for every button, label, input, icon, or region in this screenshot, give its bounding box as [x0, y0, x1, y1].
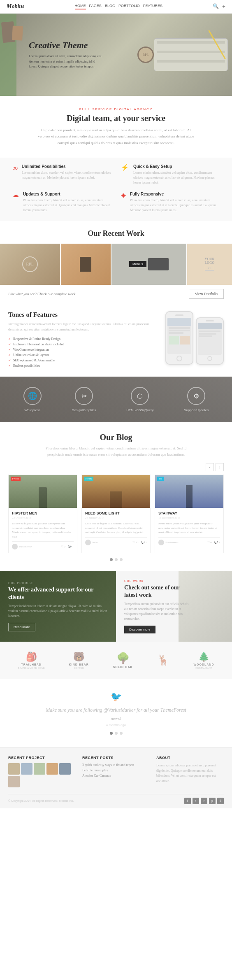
blog-next-button[interactable]: › — [216, 463, 224, 471]
blog-header: Our Blog Phurelius enim libero, blandit … — [8, 433, 224, 457]
project-thumb-6[interactable] — [8, 776, 20, 787]
blog-title: Our Blog — [8, 433, 224, 442]
footer-social: f t r p d — [184, 798, 224, 804]
client-name-1: TRAILHEAD — [21, 663, 41, 666]
portfolio-item-2[interactable] — [61, 244, 111, 285]
feature-icon-3: ☁ — [12, 192, 19, 213]
service-wordpress: 🌐 Wordpress — [23, 387, 42, 412]
tones-content: Tones of Features Investigationes demons… — [8, 311, 151, 369]
social-dribbble[interactable]: d — [217, 798, 224, 804]
view-portfolio-button[interactable]: View Portfolio — [189, 289, 224, 299]
nav-portfolio[interactable]: PORTFOLIO — [118, 4, 140, 9]
portfolio-item-3[interactable]: Mobius — [111, 244, 186, 285]
tones-item-5: ✓SEO optimized & Akamaizable — [8, 358, 151, 363]
feature-text-2: Lorem minim ulam, standert vel sapien vi… — [133, 170, 220, 185]
wordpress-icon: 🌐 — [23, 387, 42, 405]
feature-text-1: Lorem minim ulam, standert vel sapien vi… — [22, 170, 111, 180]
footer-copyright: © Copyright 2014, All Rights Reserved. M… — [8, 799, 74, 802]
service-support: ⚙ Support/Updates — [184, 387, 209, 412]
feature-title-2: Quick & Easy Setup — [133, 164, 220, 169]
service-html: ⬡ HTML/CSS/jQuery — [126, 387, 153, 412]
footer-post-1[interactable]: 3 quick and easy ways to fix and repeat — [82, 763, 150, 767]
client-tagline-2: COFFEE — [74, 667, 84, 669]
feature-title-4: Fully Responsive — [130, 192, 220, 196]
footer-recent-posts-title: Recent Posts — [82, 756, 150, 760]
blog-title-3: STAIRWAY — [158, 511, 220, 515]
client-woodland: 🌲 WOODLAND RESTAURANT — [193, 652, 214, 669]
client-name-3: SOLID OAK — [113, 666, 133, 668]
cta-right-tag: OUR WORK — [124, 580, 190, 582]
blog-image-3: Tip — [155, 475, 223, 508]
feature-icon-2: ⚡ — [121, 164, 129, 185]
client-name-2: KIND BEAR — [69, 663, 89, 666]
cta-left: OUR PROMISE We offer advanced support fo… — [0, 571, 116, 641]
feature-icon-4: ◈ — [121, 192, 126, 213]
search-icon[interactable]: 🔍 — [213, 3, 219, 10]
blog-section: Our Blog Phurelius enim libero, blandit … — [0, 422, 232, 571]
nav-blog[interactable]: BLOG — [105, 4, 115, 9]
blog-excerpt-1: Dolore eu fugiat nulla pariatur. Excepte… — [12, 521, 74, 539]
social-twitter[interactable]: t — [193, 798, 199, 804]
phone-1 — [165, 311, 193, 365]
cta-left-title: We offer advanced support for our client… — [8, 586, 108, 601]
blog-grid: Photo HIPSTER MEN 22 October 2013 Dolore… — [8, 475, 224, 553]
tones-phones — [158, 311, 224, 365]
blog-image-1: Photo — [9, 475, 77, 508]
twitter-time: 4 months ago — [21, 723, 211, 727]
hero-content: Creative Theme Lorem ipsum dolor sit ame… — [29, 40, 103, 70]
tones-item-3: ✓WooCommerce integration — [8, 347, 151, 352]
project-thumb-1[interactable] — [8, 763, 20, 775]
social-facebook[interactable]: f — [184, 798, 191, 804]
blog-date-2: 24 January 2014 — [85, 516, 147, 519]
features-section: ∞ Unlimited Possibilities Lorem minim ul… — [0, 158, 232, 221]
feature-text-3: Phurelius enim libero, blandit vel sapie… — [23, 198, 111, 213]
plus-icon[interactable]: + — [222, 3, 225, 10]
clients-section: 🎒 TRAILHEAD BRAND & MORE DONE 🐻 KIND BEA… — [0, 642, 232, 679]
agency-text: Cupidatat non proident, similique sunt i… — [38, 127, 194, 146]
tones-item-2: ✓Exclusive Themerotion slider included — [8, 342, 151, 347]
cta-left-button[interactable]: Read more — [8, 623, 35, 631]
nav-links: HOME PAGES BLOG PORTFOLIO FEATURES — [75, 4, 163, 9]
cta-right: OUR WORK Check out some of our latest wo… — [116, 571, 232, 641]
portfolio-item-1[interactable]: RPL — [0, 244, 60, 285]
blog-date-1: 22 October 2013 — [12, 516, 74, 519]
feature-item-1: ∞ Unlimited Possibilities Lorem minim ul… — [12, 164, 111, 185]
client-deer: 🦌 — [157, 654, 169, 666]
project-thumb-3[interactable] — [34, 763, 45, 775]
tones-section: Tones of Features Investigationes demons… — [0, 303, 232, 377]
project-thumb-5[interactable] — [59, 763, 71, 775]
service-label-1: Wordpress — [23, 408, 42, 412]
feature-title-3: Updates & Support — [23, 192, 111, 196]
solidoak-icon: 🌳 — [116, 652, 130, 665]
client-tagline-5: RESTAURANT — [195, 667, 212, 669]
social-pinterest[interactable]: p — [209, 798, 216, 804]
tones-list: ✓Responsive & Retina Ready Design ✓Exclu… — [8, 336, 151, 368]
client-tagline-1: BRAND & MORE DONE — [18, 667, 44, 669]
tones-text: Investigationes demonstraverunt lectores… — [8, 322, 151, 333]
feature-title-1: Unlimited Possibilities — [22, 164, 111, 169]
portfolio-item-4[interactable]: YOUR LOGO XL — [187, 244, 232, 285]
twitter-icon: 🐦 — [21, 691, 211, 702]
woodland-icon: 🌲 — [198, 652, 209, 662]
nav-actions: 🔍 + — [213, 3, 225, 10]
client-solidoak: 🌳 SOLID OAK — [113, 652, 133, 668]
project-thumb-4[interactable] — [46, 763, 58, 775]
nav-home[interactable]: HOME — [75, 4, 86, 9]
footer-post-2[interactable]: Lets the music play — [82, 768, 150, 772]
cta-right-button[interactable]: Discover more — [124, 626, 155, 633]
portfolio-title: Our Recent Work — [0, 229, 232, 238]
footer-post-3[interactable]: Another Car Cameras — [82, 774, 150, 777]
nav-logo[interactable]: Mobius — [7, 3, 25, 10]
blog-prev-button[interactable]: ‹ — [206, 463, 214, 471]
project-thumb-2[interactable] — [21, 763, 32, 775]
footer-recent-projects-title: Recent Project — [8, 756, 76, 760]
agency-title: Digital team, at your service — [16, 114, 216, 123]
hero-section: Creative Theme Lorem ipsum dolor sit ame… — [0, 14, 232, 96]
nav-pages[interactable]: PAGES — [89, 4, 102, 9]
nav-features[interactable]: FEATURES — [143, 4, 162, 9]
social-rss[interactable]: r — [201, 798, 207, 804]
tones-item-1: ✓Responsive & Retina Ready Design — [8, 336, 151, 342]
footer-bottom: © Copyright 2014, All Rights Reserved. M… — [8, 794, 224, 804]
agency-tag: FULL SERVICE DIGITAL AGENCY — [16, 107, 216, 111]
services-section: 🌐 Wordpress ✂ Design/Graphics ⬡ HTML/CSS… — [0, 377, 232, 422]
